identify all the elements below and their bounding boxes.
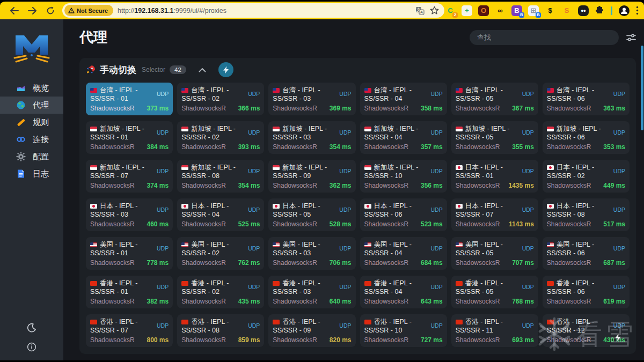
proxy-card[interactable]: 日本 - IEPL - SS/SSR - 03UDPShadowsocksR46… — [86, 198, 173, 231]
sidebar-item-overview[interactable]: 概览 — [0, 79, 63, 97]
sidebar: 概览 代理 规则 连接 配置 — [0, 19, 63, 360]
o-reader-extension-icon[interactable]: O — [478, 5, 489, 16]
proxy-card[interactable]: 新加坡 - IEPL - SS/SSR - 03UDPShadowsocksR3… — [268, 121, 355, 154]
info-icon[interactable] — [26, 341, 38, 353]
profile-avatar[interactable] — [618, 5, 630, 17]
protocol-label: ShadowsocksR — [364, 336, 409, 344]
proxy-card[interactable]: 新加坡 - IEPL - SS/SSR - 07UDPShadowsocksR3… — [86, 160, 173, 193]
search-input[interactable] — [470, 30, 619, 45]
plus-extension-icon[interactable]: + — [462, 5, 472, 16]
white-b-extension-icon[interactable]: ⊞B — [528, 5, 539, 16]
settings-sliders-icon[interactable] — [626, 33, 636, 42]
bookmark-star-icon[interactable] — [430, 6, 439, 15]
proxy-card[interactable]: 台湾 - IEPL - SS/SSR - 03UDPShadowsocksR36… — [268, 83, 355, 115]
puzzle-extensions-icon[interactable] — [595, 5, 605, 16]
proxy-card[interactable]: 新加坡 - IEPL - SS/SSR - 09UDPShadowsocksR3… — [268, 160, 355, 193]
proxy-card[interactable]: 日本 - IEPL - SS/SSR - 07UDPShadowsocksR11… — [451, 198, 538, 231]
tw-flag-icon — [273, 88, 280, 93]
udp-badge: UDP — [248, 168, 260, 174]
reload-icon[interactable] — [44, 4, 57, 17]
vertical-scrollbar[interactable] — [641, 46, 643, 130]
sidebar-item-connections[interactable]: 连接 — [0, 131, 63, 148]
proxy-card[interactable]: 香港 - IEPL - SS/SSR - 08UDPShadowsocksR85… — [177, 314, 264, 347]
proxy-card[interactable]: 台湾 - IEPL - SS/SSR - 05UDPShadowsocksR36… — [451, 83, 538, 115]
proxy-card[interactable]: 香港 - IEPL - SS/SSR - 05UDPShadowsocksR76… — [451, 276, 538, 308]
back-icon[interactable] — [8, 4, 20, 17]
proxy-card[interactable]: 日本 - IEPL - SS/SSR - 05UDPShadowsocksR52… — [268, 198, 355, 231]
proxy-card[interactable]: 日本 - IEPL - SS/SSR - 01UDPShadowsocksR14… — [451, 160, 538, 193]
proxy-card[interactable]: 新加坡 - IEPL - SS/SSR - 04UDPShadowsocksR3… — [360, 121, 447, 154]
protocol-label: ShadowsocksR — [90, 143, 135, 151]
hk-flag-icon — [181, 281, 188, 286]
latency-value: 707 ms — [512, 259, 534, 267]
infinity-extension-icon[interactable]: ∞ — [495, 5, 506, 16]
profile-divider — [611, 6, 612, 15]
us-flag-icon — [181, 242, 188, 247]
latency-value: 356 ms — [421, 182, 443, 189]
proxy-card[interactable]: 香港 - IEPL - SS/SSR - 07UDPShadowsocksR80… — [86, 314, 173, 347]
tw-flag-icon — [181, 88, 188, 93]
proxy-card[interactable]: 日本 - IEPL - SS/SSR - 04UDPShadowsocksR52… — [177, 198, 264, 231]
s-curvy-extension-icon[interactable]: S — [561, 5, 572, 16]
main-content: 代理 手动切换 Selector 42 台 — [63, 19, 644, 360]
protocol-label: ShadowsocksR — [181, 298, 226, 305]
dollar-extension-icon[interactable]: $ — [545, 5, 555, 16]
protocol-label: ShadowsocksR — [364, 182, 409, 189]
latency-value: 1143 ms — [509, 220, 534, 228]
proxy-card[interactable]: 香港 - IEPL - SS/SSR - 03UDPShadowsocksR64… — [268, 276, 355, 308]
proxy-card[interactable]: 日本 - IEPL - SS/SSR - 08UDPShadowsocksR51… — [543, 198, 630, 231]
latency-test-button[interactable] — [218, 62, 233, 77]
sidebar-item-logs[interactable]: 日志 — [0, 165, 63, 182]
tw-flag-icon — [364, 88, 371, 93]
proxy-card[interactable]: 日本 - IEPL - SS/SSR - 06UDPShadowsocksR52… — [360, 198, 447, 231]
proxy-card[interactable]: 日本 - IEPL - SS/SSR - 02UDPShadowsocksR44… — [543, 160, 630, 193]
proxy-card[interactable]: 台湾 - IEPL - SS/SSR - 02UDPShadowsocksR36… — [177, 83, 264, 115]
proxy-card[interactable]: 香港 - IEPL - SS/SSR - 04UDPShadowsocksR64… — [360, 276, 447, 308]
protocol-label: ShadowsocksR — [456, 259, 500, 267]
protocol-label: ShadowsocksR — [90, 298, 135, 305]
proxy-card[interactable]: 香港 - IEPL - SS/SSR - 02UDPShadowsocksR43… — [177, 276, 264, 308]
proxy-card[interactable]: 美国 - IEPL - SS/SSR - 04UDPShadowsocksR68… — [360, 237, 447, 270]
jp-flag-icon — [547, 204, 554, 209]
udp-badge: UDP — [248, 129, 260, 136]
proxy-card[interactable]: 美国 - IEPL - SS/SSR - 01UDPShadowsocksR77… — [86, 237, 173, 270]
forward-icon[interactable] — [26, 4, 39, 17]
not-secure-badge[interactable]: Not Secure — [64, 5, 113, 16]
proxy-card[interactable]: 美国 - IEPL - SS/SSR - 06UDPShadowsocksR68… — [543, 237, 630, 270]
proxy-grid: 台湾 - IEPL - SS/SSR - 01UDPShadowsocksR37… — [85, 82, 631, 347]
udp-badge: UDP — [430, 284, 442, 290]
collapse-chevron-up-icon[interactable] — [195, 62, 210, 77]
proxy-card[interactable]: 新加坡 - IEPL - SS/SSR - 05UDPShadowsocksR3… — [451, 121, 538, 154]
theme-moon-icon[interactable] — [26, 322, 38, 334]
udp-badge: UDP — [339, 322, 351, 329]
proxy-card[interactable]: 香港 - IEPL - SS/SSR - 01UDPShadowsocksR38… — [86, 276, 173, 308]
panda-extension-icon[interactable]: •• — [578, 5, 589, 16]
proxy-card[interactable]: 台湾 - IEPL - SS/SSR - 04UDPShadowsocksR35… — [360, 83, 447, 115]
proxy-card[interactable]: 新加坡 - IEPL - SS/SSR - 06UDPShadowsocksR3… — [543, 121, 630, 154]
sidebar-item-rules[interactable]: 规则 — [0, 114, 63, 131]
proxy-card[interactable]: 台湾 - IEPL - SS/SSR - 06UDPShadowsocksR36… — [543, 83, 630, 115]
address-bar[interactable]: Not Secure http://192.168.31.1:9999/ui/#… — [62, 3, 444, 18]
metacubexd-app: 概览 代理 规则 连接 配置 — [0, 19, 644, 360]
proxy-card[interactable]: 香港 - IEPL - SS/SSR - 11UDPShadowsocksR69… — [451, 314, 538, 347]
proxy-card[interactable]: 新加坡 - IEPL - SS/SSR - 02UDPShadowsocksR3… — [177, 121, 264, 154]
proxy-card[interactable]: 新加坡 - IEPL - SS/SSR - 10UDPShadowsocksR3… — [360, 160, 447, 193]
sidebar-item-config[interactable]: 配置 — [0, 148, 63, 165]
proxy-card[interactable]: 香港 - IEPL - SS/SSR - 06UDPShadowsocksR61… — [543, 276, 630, 308]
kebab-menu-icon[interactable] — [636, 6, 639, 15]
translate-icon[interactable]: 文A — [415, 6, 425, 15]
green-c-extension-icon[interactable]: C2 — [445, 5, 456, 16]
proxy-card[interactable]: 美国 - IEPL - SS/SSR - 03UDPShadowsocksR70… — [268, 237, 355, 270]
latency-value: 460 ms — [147, 220, 169, 228]
purple-b-extension-icon[interactable]: BB — [511, 5, 522, 16]
proxy-card[interactable]: 香港 - IEPL - SS/SSR - 09UDPShadowsocksR82… — [268, 314, 355, 347]
sidebar-item-proxies[interactable]: 代理 — [0, 97, 63, 114]
udp-badge: UDP — [339, 129, 351, 136]
proxy-card[interactable]: 美国 - IEPL - SS/SSR - 02UDPShadowsocksR76… — [177, 237, 264, 270]
proxy-card[interactable]: 新加坡 - IEPL - SS/SSR - 08UDPShadowsocksR3… — [177, 160, 264, 193]
proxy-card[interactable]: 新加坡 - IEPL - SS/SSR - 01UDPShadowsocksR3… — [86, 121, 173, 154]
proxy-card[interactable]: 台湾 - IEPL - SS/SSR - 01UDPShadowsocksR37… — [86, 83, 173, 115]
proxy-card[interactable]: 香港 - IEPL - SS/SSR - 10UDPShadowsocksR72… — [360, 314, 447, 347]
proxy-card[interactable]: 美国 - IEPL - SS/SSR - 05UDPShadowsocksR70… — [451, 237, 538, 270]
metacubexd-logo[interactable] — [0, 30, 63, 65]
